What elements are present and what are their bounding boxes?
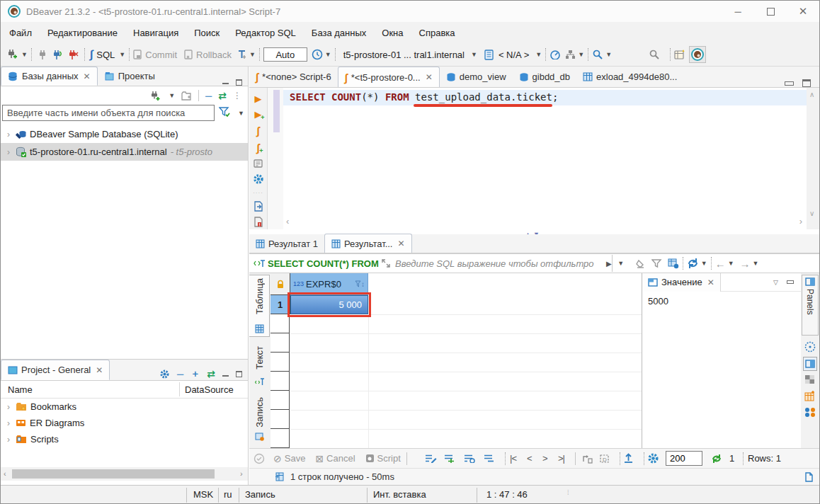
grid-cell-expr0-row1[interactable]: 5 000 xyxy=(290,295,368,314)
expand-icon[interactable]: › xyxy=(5,418,12,428)
tab-result-1[interactable]: Результат 1 xyxy=(249,234,324,253)
scroll-left-icon[interactable]: ‹ xyxy=(4,469,6,478)
tab-record-presentation[interactable]: Запись xyxy=(249,395,270,443)
menu-file[interactable]: Файл xyxy=(9,28,32,38)
export-data-icon[interactable] xyxy=(623,453,634,464)
filter-expression-input[interactable] xyxy=(394,258,606,270)
tree-item-scripts[interactable]: › Scripts xyxy=(1,431,248,447)
language-label[interactable]: ru xyxy=(224,489,232,500)
execute-statement-icon[interactable]: ▶ xyxy=(255,93,262,104)
tab-demo-view[interactable]: demo_view xyxy=(440,67,513,87)
tab-grid-presentation[interactable]: Таблица xyxy=(249,275,270,337)
new-connection-icon[interactable] xyxy=(149,91,160,101)
grouping-panel-icon[interactable] xyxy=(804,341,816,353)
filter-objects-icon[interactable] xyxy=(219,106,231,118)
value-panel-menu-icon[interactable]: ▽ xyxy=(773,279,778,286)
pin-result-icon[interactable] xyxy=(804,472,814,482)
delete-row-icon[interactable] xyxy=(484,454,496,463)
explain-plan-icon[interactable] xyxy=(253,159,263,168)
close-icon[interactable]: ✕ xyxy=(96,365,103,375)
minimize-icon[interactable]: ─ xyxy=(722,1,754,21)
maximize-panel-icon[interactable] xyxy=(236,79,242,86)
tab-project-general[interactable]: Project - General✕ xyxy=(1,360,110,380)
insert-mode-label[interactable]: Инт. вставка xyxy=(373,489,426,500)
search-metadata-dropdown[interactable]: ▼ xyxy=(605,51,612,58)
tab-exload[interactable]: exload_4994de80... xyxy=(576,67,683,87)
filter-overflow-icon[interactable]: ▶ xyxy=(606,260,612,268)
filter-objects-dropdown[interactable]: ▼ xyxy=(238,110,244,117)
last-row-icon[interactable]: >| xyxy=(558,453,564,464)
execute-script-new-icon[interactable]: ∫+ xyxy=(256,142,259,154)
calc-panel-icon[interactable] xyxy=(804,374,815,384)
value-panel-content[interactable]: 5000 xyxy=(642,292,801,311)
tab-gibdd-db[interactable]: gibdd_db xyxy=(513,67,577,87)
object-search-input[interactable] xyxy=(2,105,215,121)
minimize-panel-icon[interactable] xyxy=(222,372,229,377)
tree-item-bookmarks[interactable]: › Bookmarks xyxy=(1,399,248,415)
menu-help[interactable]: Справка xyxy=(419,28,455,38)
sql-editor-dropdown[interactable]: ▼ xyxy=(119,51,125,58)
autocommit-combo[interactable]: Auto xyxy=(263,47,307,62)
menu-edit[interactable]: Редактирование xyxy=(47,28,118,38)
close-icon[interactable]: ✕ xyxy=(707,277,714,287)
edit-row-icon[interactable] xyxy=(425,454,437,463)
forward-dropdown[interactable]: ▼ xyxy=(753,260,759,267)
menu-navigate[interactable]: Навигация xyxy=(133,28,178,38)
export-result-icon[interactable] xyxy=(254,201,263,212)
menu-search[interactable]: Поиск xyxy=(194,28,220,38)
execute-new-tab-icon[interactable]: ▶+ xyxy=(255,109,262,120)
menu-window[interactable]: Окна xyxy=(382,28,403,38)
value-panel-toggle-icon[interactable] xyxy=(803,357,817,371)
erase-filter-icon[interactable] xyxy=(634,258,646,268)
new-connection-dropdown[interactable]: ▼ xyxy=(169,92,175,99)
scroll-left-icon[interactable]: ‹ xyxy=(286,216,289,227)
tree-item-t5-prostore[interactable]: › t5-prostore-01.ru-central1.internal - … xyxy=(1,143,248,161)
apply-filter-icon[interactable] xyxy=(651,258,662,268)
panels-toggle-tab[interactable]: Panels xyxy=(802,275,819,336)
connect-icon[interactable] xyxy=(35,50,50,60)
sql-editor-button[interactable]: SQL xyxy=(96,50,115,60)
tab-result-2-active[interactable]: Результат...✕ xyxy=(324,234,412,253)
tab-projects[interactable]: Проекты xyxy=(98,67,162,86)
scroll-up-icon[interactable]: ∧ xyxy=(809,91,814,98)
goto-row-icon[interactable] xyxy=(582,454,593,464)
back-dropdown[interactable]: ▼ xyxy=(728,260,734,267)
save-filter-icon[interactable] xyxy=(668,258,679,269)
search-metadata-icon[interactable] xyxy=(592,49,603,60)
link-with-editor-icon[interactable]: ⇄ xyxy=(207,368,215,379)
maximize-icon[interactable] xyxy=(754,1,787,21)
minimize-panel-icon[interactable] xyxy=(787,280,794,284)
gear-icon[interactable] xyxy=(253,173,264,185)
minimize-editor-icon[interactable] xyxy=(785,81,794,86)
back-icon[interactable]: ← xyxy=(715,258,726,270)
gear-icon[interactable] xyxy=(647,452,659,464)
expand-icon[interactable]: › xyxy=(5,147,12,157)
filter-history-dropdown[interactable]: ▼ xyxy=(612,255,627,272)
column-header-expr0[interactable]: 123 EXPR$0 ↕ xyxy=(290,273,368,295)
disconnect-icon[interactable] xyxy=(65,50,81,60)
transaction-log-dropdown[interactable]: ▼ xyxy=(325,51,331,58)
maximize-panel-icon[interactable] xyxy=(236,371,242,377)
save-button[interactable]: ⊘Save xyxy=(273,453,305,464)
close-icon[interactable]: ✕ xyxy=(426,72,433,82)
maximize-editor-icon[interactable] xyxy=(802,79,811,87)
error-log-icon[interactable] xyxy=(254,217,263,227)
first-row-icon[interactable]: |< xyxy=(510,453,516,464)
rollback-button[interactable]: Rollback xyxy=(184,50,232,60)
add-row-icon[interactable] xyxy=(444,454,456,463)
duplicate-row-icon[interactable] xyxy=(464,454,476,463)
close-icon[interactable]: ✕ xyxy=(84,71,91,81)
database-selector[interactable]: < N/A > xyxy=(499,50,529,60)
close-icon[interactable]: ✕ xyxy=(398,239,405,248)
collapse-all-icon[interactable]: ─ xyxy=(177,369,183,379)
transaction-mode-icon[interactable] xyxy=(237,50,247,59)
view-menu-icon[interactable]: ⋮ xyxy=(233,91,242,101)
tab-value[interactable]: Значение ✕ xyxy=(642,273,721,292)
references-panel-icon[interactable] xyxy=(804,407,816,419)
expand-filter-icon[interactable] xyxy=(381,258,391,268)
metadata-panel-icon[interactable] xyxy=(804,391,815,401)
new-connection-dropdown[interactable]: ▼ xyxy=(21,51,28,58)
database-selector-dropdown[interactable]: ▼ xyxy=(535,51,542,58)
column-filter-sort-icon[interactable]: ↕ xyxy=(355,280,365,288)
editor-hscrollbar[interactable]: ‹ › xyxy=(283,215,807,228)
